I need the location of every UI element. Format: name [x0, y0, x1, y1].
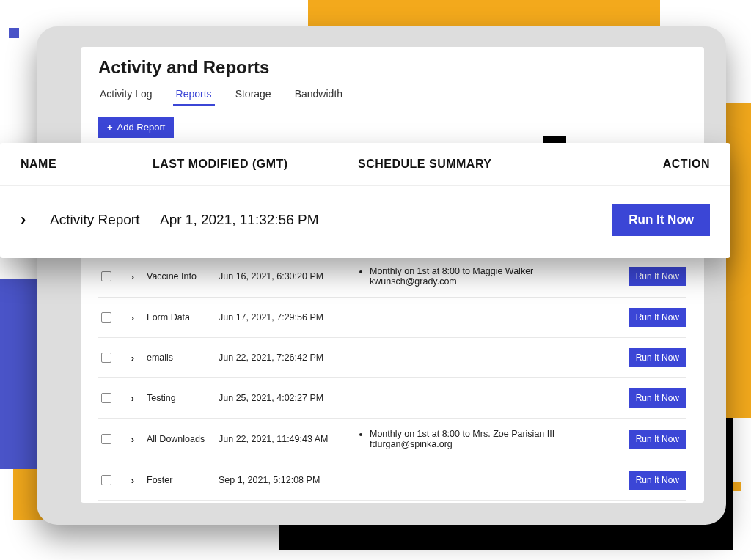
tab-reports[interactable]: Reports [175, 84, 213, 106]
tab-bandwidth[interactable]: Bandwidth [293, 84, 344, 106]
row-name: All Downloads [147, 434, 213, 444]
row-checkbox[interactable] [101, 271, 111, 281]
add-report-label: Add Report [117, 122, 166, 133]
table-row: › All Downloads Jun 22, 2021, 11:49:43 A… [98, 418, 686, 460]
table-row: › Spacelabs Oct 7, 2021, 12:01:08 AM Run… [98, 500, 686, 503]
expand-icon[interactable]: › [125, 353, 141, 364]
tablet-frame: Activity and Reports Activity Log Report… [37, 26, 726, 525]
decorative-shape [9, 28, 19, 38]
card-header-row: NAME LAST MODIFIED (GMT) SCHEDULE SUMMAR… [0, 143, 730, 186]
tab-activity-log[interactable]: Activity Log [98, 84, 154, 106]
reports-table: › Vaccine Info Jun 16, 2021, 6:30:20 PM … [98, 255, 686, 503]
row-checkbox[interactable] [101, 434, 111, 444]
row-name: Form Data [147, 312, 213, 323]
column-header-last-modified: LAST MODIFIED (GMT) [153, 158, 358, 171]
row-last-modified: Jun 22, 2021, 7:26:42 PM [219, 353, 351, 363]
run-it-now-button[interactable]: Run It Now [629, 471, 686, 490]
table-row: › Vaccine Info Jun 16, 2021, 6:30:20 PM … [98, 255, 686, 297]
expand-icon[interactable]: › [125, 475, 141, 486]
app-screen: Activity and Reports Activity Log Report… [81, 47, 704, 503]
row-checkbox[interactable] [101, 393, 111, 403]
run-it-now-button[interactable]: Run It Now [629, 308, 686, 327]
page-title: Activity and Reports [98, 57, 686, 78]
column-header-name: NAME [21, 158, 153, 171]
highlighted-report-card: NAME LAST MODIFIED (GMT) SCHEDULE SUMMAR… [0, 143, 730, 258]
run-it-now-button[interactable]: Run It Now [629, 388, 686, 408]
row-name: Foster [147, 475, 213, 485]
tabs-bar: Activity Log Reports Storage Bandwidth [98, 84, 686, 106]
row-name: Vaccine Info [147, 271, 213, 281]
run-it-now-button[interactable]: Run It Now [629, 267, 686, 286]
expand-icon[interactable]: › [125, 312, 141, 323]
row-schedule-item: Monthly on 1st at 8:00 to Maggie Walker … [370, 266, 607, 287]
row-last-modified: Sep 1, 2021, 5:12:08 PM [219, 475, 351, 485]
row-name: emails [147, 353, 213, 363]
highlighted-row-last-modified: Apr 1, 2021, 11:32:56 PM [160, 212, 365, 228]
table-row: › Testing Jun 25, 2021, 4:02:27 PM Run I… [98, 377, 686, 418]
expand-icon[interactable]: › [21, 210, 50, 229]
row-last-modified: Jun 17, 2021, 7:29:56 PM [219, 312, 351, 323]
table-row: › Foster Sep 1, 2021, 5:12:08 PM Run It … [98, 460, 686, 500]
highlighted-row-name: Activity Report [50, 212, 160, 228]
row-name: Testing [147, 393, 213, 403]
row-checkbox[interactable] [101, 475, 111, 485]
table-row: › Form Data Jun 17, 2021, 7:29:56 PM Run… [98, 297, 686, 337]
row-last-modified: Jun 25, 2021, 4:02:27 PM [219, 393, 351, 403]
column-header-action: ACTION [600, 158, 710, 171]
column-header-schedule: SCHEDULE SUMMARY [358, 158, 600, 171]
expand-icon[interactable]: › [125, 434, 141, 445]
add-report-button[interactable]: + Add Report [98, 117, 174, 138]
run-it-now-button[interactable]: Run It Now [612, 204, 710, 236]
plus-icon: + [107, 122, 113, 133]
run-it-now-button[interactable]: Run It Now [629, 430, 686, 449]
row-last-modified: Jun 16, 2021, 6:30:20 PM [219, 271, 351, 281]
row-checkbox[interactable] [101, 353, 111, 363]
tab-storage[interactable]: Storage [234, 84, 273, 106]
row-schedule: Monthly on 1st at 8:00 to Mrs. Zoe Paris… [356, 429, 607, 449]
expand-icon[interactable]: › [125, 271, 141, 282]
table-row: › emails Jun 22, 2021, 7:26:42 PM Run It… [98, 337, 686, 377]
run-it-now-button[interactable]: Run It Now [629, 348, 686, 367]
row-last-modified: Jun 22, 2021, 11:49:43 AM [219, 434, 351, 444]
row-schedule: Monthly on 1st at 8:00 to Maggie Walker … [356, 266, 607, 287]
row-schedule-item: Monthly on 1st at 8:00 to Mrs. Zoe Paris… [370, 429, 607, 449]
row-checkbox[interactable] [101, 312, 111, 323]
card-body-row: › Activity Report Apr 1, 2021, 11:32:56 … [0, 186, 730, 258]
expand-icon[interactable]: › [125, 393, 141, 404]
